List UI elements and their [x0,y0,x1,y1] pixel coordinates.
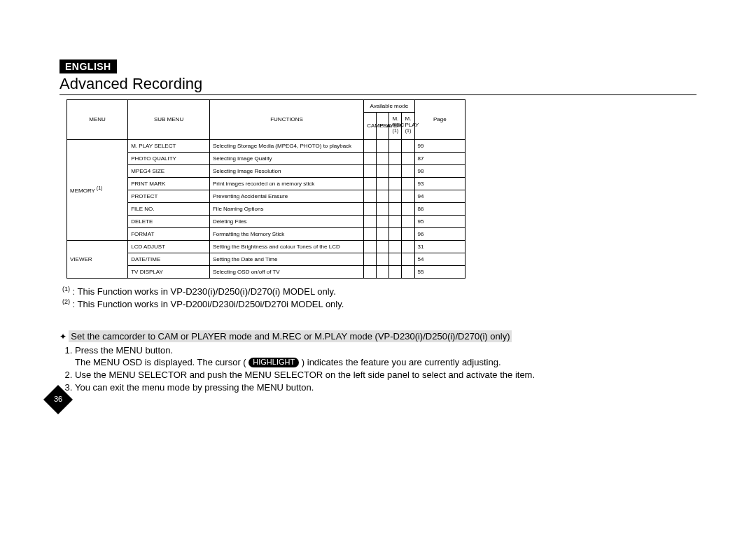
page-cell: 96 [414,227,465,240]
mode-cell [402,190,414,202]
mode-cell [389,177,402,190]
submenu-cell: M. PLAY SELECT [128,139,210,152]
submenu-cell: FORMAT [128,227,210,240]
mode-cell [402,215,414,227]
function-cell: Deleting Files [209,215,363,227]
function-cell: Selecting OSD on/off of TV [209,265,363,278]
page-cell: 86 [414,202,465,215]
mode-cell [402,227,414,240]
mode-cell [364,227,377,240]
step-3: You can exit the menu mode by pressing t… [75,382,696,393]
th-sub-menu: SUB MENU [128,100,210,140]
submenu-cell: PRINT MARK [128,177,210,190]
mode-cell [389,215,402,227]
mode-cell [402,253,414,265]
footnote-1: (1) : This Function works in VP-D230(i)/… [62,286,696,297]
mode-cell [389,227,402,240]
mode-cell [364,164,377,177]
function-cell: Setting the Date and Time [209,253,363,265]
mode-cell [364,190,377,202]
submenu-cell: FILE NO. [128,202,210,215]
menu-cell: VIEWER [67,240,128,278]
mode-cell [364,265,377,278]
page-cell: 99 [414,139,465,152]
mode-cell [389,164,402,177]
th-page: Page [414,100,465,140]
submenu-cell: PHOTO QUALITY [128,152,210,164]
mode-cell [364,152,377,164]
instructions-block: ✦ Set the camcorder to CAM or PLAYER mod… [59,330,696,393]
table-row: VIEWERLCD ADJUSTSetting the Brightness a… [67,240,465,253]
menu-cell: MEMORY (1) [67,139,128,240]
page-cell: 95 [414,215,465,227]
mode-cell [364,240,377,253]
mode-cell [377,152,389,164]
submenu-cell: TV DISPLAY [128,265,210,278]
step-2: Use the MENU SELECTOR and push the MENU … [75,370,696,381]
function-cell: Selecting Image Resolution [209,164,363,177]
submenu-cell: MPEG4 SIZE [128,164,210,177]
submenu-cell: DATE/TIME [128,253,210,265]
function-cell: File Naming Options [209,202,363,215]
mode-cell [377,164,389,177]
step-1: Press the MENU button. The MENU OSD is d… [75,345,696,368]
mode-cell [377,139,389,152]
mode-cell [377,227,389,240]
mode-cell [377,265,389,278]
mode-cell [377,240,389,253]
submenu-cell: DELETE [128,215,210,227]
mode-cell [364,139,377,152]
submenu-cell: PROTECT [128,190,210,202]
table-row: MEMORY (1)M. PLAY SELECTSelecting Storag… [67,139,465,152]
page-cell: 93 [414,177,465,190]
mode-cell [377,202,389,215]
highlight-pill: HIGHLIGHT [248,358,299,367]
mode-cell [402,177,414,190]
mode-cell [402,152,414,164]
language-badge: ENGLISH [59,59,117,73]
mode-cell [377,177,389,190]
mode-cell [364,215,377,227]
page-cell: 94 [414,190,465,202]
page-title: Advanced Recording [59,75,696,95]
th-functions: FUNCTIONS [209,100,363,140]
mode-cell [377,215,389,227]
page-cell: 54 [414,253,465,265]
mode-cell [389,202,402,215]
menu-table: MENU SUB MENU FUNCTIONS Available mode P… [66,99,465,279]
mode-cell [402,139,414,152]
page-cell: 98 [414,164,465,177]
instruction-lead: Set the camcorder to CAM or PLAYER mode … [69,330,512,342]
mode-cell [389,253,402,265]
th-menu: MENU [67,100,128,140]
th-camera: CAMERA [364,113,377,140]
function-cell: Setting the Brightness and colour Tones … [209,240,363,253]
function-cell: Selecting Image Quality [209,152,363,164]
submenu-cell: LCD ADJUST [128,240,210,253]
mode-cell [364,177,377,190]
function-cell: Print images recorded on a memory stick [209,177,363,190]
function-cell: Formatting the Memory Stick [209,227,363,240]
mode-cell [377,253,389,265]
mode-cell [364,202,377,215]
mode-cell [364,253,377,265]
mode-cell [389,139,402,152]
th-available-mode: Available mode [364,100,414,113]
mode-cell [389,152,402,164]
footnote-2: (2) : This Function works in VP-D200i/D2… [62,298,696,309]
mode-cell [402,265,414,278]
page-cell: 55 [414,265,465,278]
mode-cell [389,190,402,202]
footnotes: (1) : This Function works in VP-D230(i)/… [62,286,696,310]
instruction-steps: Press the MENU button. The MENU OSD is d… [59,345,696,393]
page-cell: 31 [414,240,465,253]
mode-cell [402,240,414,253]
manual-page: ENGLISH Advanced Recording MENU SUB MENU… [59,59,696,395]
mode-cell [402,202,414,215]
function-cell: Preventing Accidental Erasure [209,190,363,202]
function-cell: Selecting Storage Media (MPEG4, PHOTO) t… [209,139,363,152]
page-cell: 87 [414,152,465,164]
mode-cell [389,265,402,278]
mode-cell [402,164,414,177]
page-number: 36 [43,395,73,403]
